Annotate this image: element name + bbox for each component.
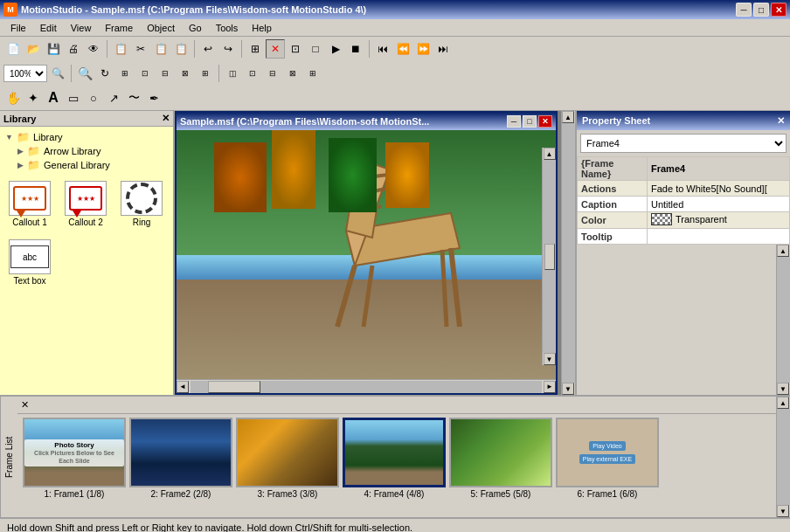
undo-button[interactable]: ↩ bbox=[198, 39, 218, 59]
ellipse-tool[interactable]: ○ bbox=[84, 88, 103, 107]
stop-button[interactable]: ⏹ bbox=[346, 39, 365, 59]
frames-scroll-down[interactable]: ▼ bbox=[777, 505, 789, 517]
paste2-button[interactable]: 📋 bbox=[171, 39, 191, 59]
scroll-thumb-v[interactable] bbox=[544, 244, 555, 270]
prop-value-actions[interactable]: Fade to White5[No Sound][ bbox=[648, 181, 790, 197]
ring-item[interactable]: Ring bbox=[115, 179, 168, 229]
menu-tools[interactable]: Tools bbox=[209, 21, 246, 35]
property-close-button[interactable]: ✕ bbox=[777, 115, 785, 127]
arrange3-button[interactable]: ⊟ bbox=[263, 64, 282, 83]
cut2-button[interactable]: ✕ bbox=[266, 39, 285, 59]
canvas-scene[interactable] bbox=[177, 130, 556, 379]
scroll-up-btn[interactable]: ▲ bbox=[544, 148, 556, 160]
arrange2-button[interactable]: ⊡ bbox=[243, 64, 262, 83]
sub-close-button[interactable]: ✕ bbox=[538, 115, 552, 128]
canvas-hscroll[interactable]: ◄ ► bbox=[177, 379, 556, 393]
frames-vscroll[interactable]: ▲ ▼ bbox=[776, 397, 790, 517]
paste-button[interactable]: 📋 bbox=[151, 39, 170, 59]
menu-file[interactable]: File bbox=[3, 21, 33, 35]
frame4-thumb[interactable]: 4: Frame4 (4/8) bbox=[343, 418, 446, 514]
menu-edit[interactable]: Edit bbox=[33, 21, 64, 35]
grid2-button[interactable]: ⊡ bbox=[286, 39, 305, 59]
redo-button[interactable]: ↪ bbox=[218, 39, 238, 59]
frames-scroll-up[interactable]: ▲ bbox=[777, 397, 789, 409]
prop-scroll-up[interactable]: ▲ bbox=[777, 245, 789, 257]
textbox-item[interactable]: abc Text box bbox=[3, 238, 56, 287]
prop-value-color[interactable]: Transparent bbox=[648, 212, 790, 229]
maximize-button[interactable]: □ bbox=[753, 3, 769, 17]
hand-tool[interactable]: ✋ bbox=[3, 88, 23, 107]
save-button[interactable]: 💾 bbox=[44, 39, 63, 59]
align3-button[interactable]: ⊠ bbox=[176, 64, 195, 83]
callout1-item[interactable]: ★★★ Callout 1 bbox=[3, 179, 56, 229]
sub-min-button[interactable]: ─ bbox=[507, 115, 521, 128]
scroll-track-h[interactable] bbox=[191, 381, 542, 393]
align2-button[interactable]: ⊟ bbox=[156, 64, 175, 83]
right-vscroll[interactable]: ▲ ▼ bbox=[561, 111, 575, 395]
frame2-thumb[interactable]: 2: Frame2 (2/8) bbox=[129, 418, 232, 514]
property-vscroll[interactable]: ▲ ▼ bbox=[776, 245, 790, 395]
menu-frame[interactable]: Frame bbox=[98, 21, 140, 35]
text-tool[interactable]: A bbox=[44, 88, 63, 107]
minimize-button[interactable]: ─ bbox=[736, 3, 752, 17]
align4-button[interactable]: ⊞ bbox=[196, 64, 215, 83]
frame5-thumb[interactable]: 5: Frame5 (5/8) bbox=[449, 418, 552, 514]
next-frame-button[interactable]: ⏩ bbox=[413, 39, 433, 59]
menu-object[interactable]: Object bbox=[140, 21, 182, 35]
frame6-thumb[interactable]: Play Video Play external EXE 6: Frame1 (… bbox=[556, 418, 659, 514]
select-tool[interactable]: ✦ bbox=[24, 88, 43, 107]
menu-view[interactable]: View bbox=[64, 21, 99, 35]
library-close-button[interactable]: ✕ bbox=[162, 113, 170, 124]
align1-button[interactable]: ⊡ bbox=[135, 64, 155, 83]
menu-go[interactable]: Go bbox=[182, 21, 209, 35]
library-root[interactable]: ▼ 📁 Library bbox=[3, 130, 170, 144]
scroll-right-btn[interactable]: ► bbox=[544, 381, 556, 393]
close-button[interactable]: ✕ bbox=[771, 3, 787, 17]
fit-button[interactable]: ⊞ bbox=[115, 64, 135, 83]
callout2-item[interactable]: ★★★ Callout 2 bbox=[59, 179, 112, 229]
open-button[interactable]: 📂 bbox=[24, 39, 43, 59]
frame3-thumb[interactable]: 3: Frame3 (3/8) bbox=[236, 418, 339, 514]
right-scroll-up[interactable]: ▲ bbox=[562, 111, 574, 123]
canvas-vscroll[interactable]: ▲ ▼ bbox=[542, 148, 556, 365]
prop-value-caption[interactable]: Untitled bbox=[648, 197, 790, 212]
property-frame-select[interactable]: Frame4 bbox=[580, 134, 787, 153]
right-scroll-track[interactable] bbox=[562, 123, 575, 383]
grid-button[interactable]: ⊞ bbox=[246, 39, 265, 59]
arrow-tool[interactable]: ↗ bbox=[104, 88, 123, 107]
pen-tool[interactable]: ✒ bbox=[144, 88, 163, 107]
prop-value-tooltip[interactable] bbox=[648, 229, 790, 245]
zoom-select[interactable]: 100% 75% 50% 200% bbox=[3, 65, 47, 82]
scroll-down-btn[interactable]: ▼ bbox=[544, 353, 556, 365]
prop-scroll-track[interactable] bbox=[777, 257, 790, 383]
frames-scroll-track[interactable] bbox=[777, 409, 790, 505]
arrange4-button[interactable]: ⊠ bbox=[283, 64, 302, 83]
rotate-button[interactable]: ↻ bbox=[95, 64, 114, 83]
scroll-left-btn[interactable]: ◄ bbox=[177, 381, 189, 393]
print-button[interactable]: 🖨 bbox=[64, 39, 83, 59]
sub-max-button[interactable]: □ bbox=[523, 115, 537, 128]
scroll-track-v[interactable] bbox=[543, 160, 556, 353]
menu-help[interactable]: Help bbox=[245, 21, 279, 35]
frame1-thumb[interactable]: Photo StoryClick Pictures Below to See E… bbox=[23, 418, 126, 514]
arrange1-button[interactable]: ◫ bbox=[223, 64, 242, 83]
copy-button[interactable]: 📋 bbox=[111, 39, 130, 59]
preview-button[interactable]: 👁 bbox=[84, 39, 103, 59]
play-button[interactable]: ▶ bbox=[326, 39, 345, 59]
arrow-library-item[interactable]: ▶ 📁 Arrow Library bbox=[3, 144, 170, 158]
first-frame-button[interactable]: ⏮ bbox=[373, 39, 392, 59]
zoom-icon[interactable]: 🔍 bbox=[48, 64, 67, 83]
new-button[interactable]: 📄 bbox=[3, 39, 23, 59]
cut-button[interactable]: ✂ bbox=[131, 39, 150, 59]
prev-frame-button[interactable]: ⏪ bbox=[393, 39, 412, 59]
rect-tool[interactable]: ▭ bbox=[64, 88, 83, 107]
arrange5-button[interactable]: ⊞ bbox=[303, 64, 322, 83]
right-scroll-down[interactable]: ▼ bbox=[562, 383, 574, 395]
last-frame-button[interactable]: ⏭ bbox=[433, 39, 453, 59]
scroll-thumb-h[interactable] bbox=[208, 381, 260, 393]
curve-tool[interactable]: 〜 bbox=[124, 88, 143, 107]
zoom-in-button[interactable]: 🔍 bbox=[75, 64, 94, 83]
general-library-item[interactable]: ▶ 📁 General Library bbox=[3, 158, 170, 172]
rect-button[interactable]: □ bbox=[306, 39, 325, 59]
prop-scroll-down[interactable]: ▼ bbox=[777, 383, 789, 395]
